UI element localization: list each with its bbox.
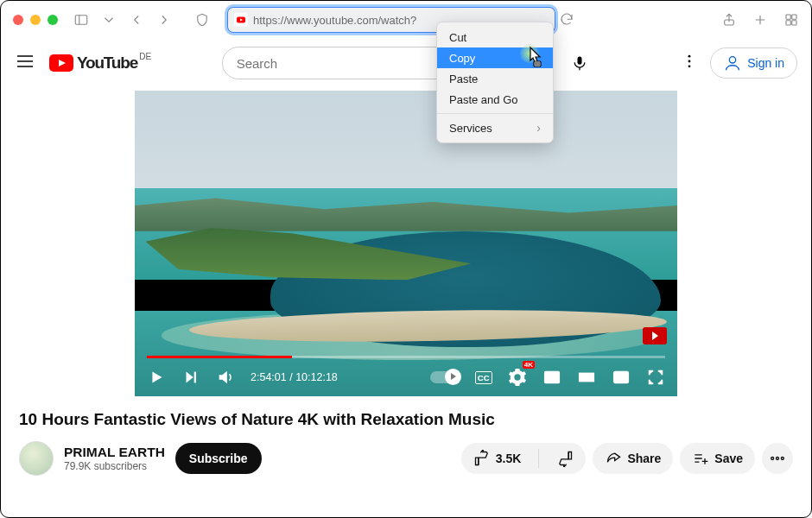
captions-button[interactable]: CC <box>475 371 492 384</box>
close-window-button[interactable] <box>13 15 23 25</box>
svg-point-29 <box>771 457 774 459</box>
dislike-button[interactable] <box>544 443 586 474</box>
channel-block[interactable]: PRIMAL EARTH 79.9K subscribers <box>19 441 165 476</box>
back-button[interactable] <box>129 12 144 28</box>
theater-mode-icon[interactable] <box>577 368 596 387</box>
svg-point-16 <box>688 65 691 67</box>
like-button[interactable]: 3.5K <box>461 443 534 474</box>
more-actions-button[interactable] <box>762 443 793 474</box>
time-display: 2:54:01 / 10:12:18 <box>251 371 338 383</box>
tab-group-chevron-icon[interactable] <box>101 12 117 28</box>
channel-avatar[interactable] <box>19 441 54 476</box>
video-player[interactable]: 2:54:01 / 10:12:18 CC 4K <box>135 91 677 396</box>
sidebar-icon[interactable] <box>73 12 89 28</box>
svg-rect-0 <box>75 16 87 25</box>
youtube-wordmark: YouTube <box>77 54 137 73</box>
svg-point-14 <box>688 55 691 58</box>
next-button[interactable] <box>181 368 200 387</box>
locale-label: DE <box>139 52 151 61</box>
new-tab-icon[interactable] <box>752 12 768 28</box>
subscriber-count: 79.9K subscribers <box>64 460 165 472</box>
svg-rect-6 <box>786 15 790 19</box>
privacy-shield-icon[interactable] <box>194 12 210 28</box>
subscribe-button[interactable]: Subscribe <box>175 443 262 474</box>
channel-watermark[interactable] <box>643 327 667 344</box>
volume-icon[interactable] <box>216 368 235 387</box>
svg-rect-18 <box>194 372 196 383</box>
context-menu-paste-and-go[interactable]: Paste and Go <box>437 89 553 110</box>
signin-button[interactable]: Sign in <box>710 47 797 79</box>
svg-point-30 <box>777 457 779 459</box>
svg-rect-20 <box>552 377 557 382</box>
context-menu-paste[interactable]: Paste <box>437 68 553 89</box>
voice-search-icon[interactable] <box>562 46 597 80</box>
svg-rect-7 <box>792 15 796 19</box>
settings-icon[interactable] <box>681 53 698 73</box>
like-dislike-group: 3.5K <box>461 443 587 474</box>
context-menu-copy[interactable]: Copy <box>437 47 553 68</box>
context-menu: Cut Copy Paste Paste and Go Services› <box>436 22 554 143</box>
video-title: 10 Hours Fantastic Views of Nature 4K wi… <box>19 408 793 431</box>
share-icon[interactable] <box>721 12 737 28</box>
forward-button[interactable] <box>156 12 172 28</box>
player-controls: 2:54:01 / 10:12:18 CC 4K <box>135 358 677 396</box>
window-controls <box>13 15 58 25</box>
context-menu-separator <box>437 113 553 114</box>
reload-icon[interactable] <box>559 12 574 28</box>
svg-rect-8 <box>786 21 790 25</box>
cast-icon[interactable] <box>612 368 631 387</box>
signin-label: Sign in <box>747 56 784 70</box>
context-menu-cut[interactable]: Cut <box>437 27 553 47</box>
minimize-window-button[interactable] <box>30 15 41 25</box>
svg-rect-23 <box>618 375 624 380</box>
settings-gear-icon[interactable]: 4K <box>508 368 527 387</box>
video-frame <box>135 91 677 396</box>
autoplay-toggle[interactable] <box>430 371 460 383</box>
youtube-masthead: YouTube DE Sign in <box>1 39 811 87</box>
share-button[interactable]: Share <box>593 443 673 474</box>
svg-rect-21 <box>580 373 594 381</box>
maximize-window-button[interactable] <box>48 15 58 25</box>
browser-toolbar: https://www.youtube.com/watch? <box>1 1 811 39</box>
svg-point-17 <box>730 57 736 63</box>
hamburger-menu-icon[interactable] <box>15 51 35 75</box>
svg-point-15 <box>688 60 691 63</box>
youtube-logo[interactable]: YouTube DE <box>49 54 137 73</box>
svg-point-31 <box>781 457 783 459</box>
fullscreen-icon[interactable] <box>646 368 665 387</box>
tab-overview-icon[interactable] <box>783 12 799 28</box>
play-button[interactable] <box>147 368 166 387</box>
youtube-favicon <box>234 13 248 27</box>
miniplayer-icon[interactable] <box>542 368 561 387</box>
channel-name[interactable]: PRIMAL EARTH <box>64 445 165 460</box>
context-menu-services[interactable]: Services› <box>437 117 553 138</box>
svg-rect-9 <box>792 21 796 25</box>
save-button[interactable]: Save <box>680 443 755 474</box>
chevron-right-icon: › <box>536 121 541 135</box>
